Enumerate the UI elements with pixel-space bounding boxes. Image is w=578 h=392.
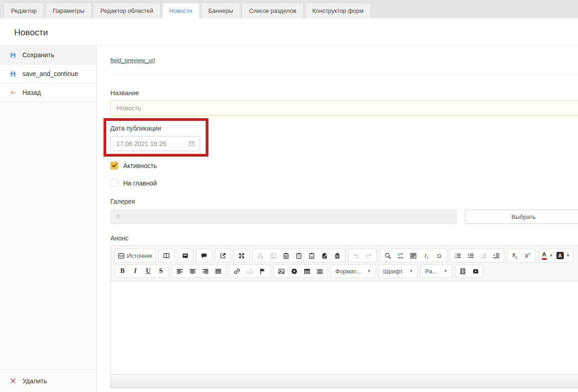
tab-form-constructor[interactable]: Конструктор форм bbox=[305, 3, 371, 18]
unlink-button bbox=[244, 266, 256, 277]
special-char-button[interactable]: Ω bbox=[433, 250, 445, 261]
link-button[interactable] bbox=[231, 266, 243, 277]
gallery-choose-button[interactable]: Выбрать bbox=[465, 210, 578, 224]
align-left-button[interactable] bbox=[174, 266, 186, 277]
svg-text:1: 1 bbox=[455, 252, 456, 255]
font-combo[interactable]: Шрифт▼ bbox=[379, 264, 418, 278]
flash-button[interactable] bbox=[288, 266, 300, 277]
superscript-icon: x2 bbox=[525, 252, 530, 259]
maximize-icon bbox=[238, 252, 245, 259]
main-page-checkbox-row[interactable]: На главной bbox=[110, 179, 578, 187]
tab-parameters[interactable]: Параметры bbox=[45, 3, 92, 18]
underline-button[interactable]: U bbox=[142, 266, 154, 277]
anchor-button[interactable] bbox=[256, 266, 269, 277]
tab-editor[interactable]: Редактор bbox=[4, 3, 44, 18]
book-icon bbox=[163, 252, 170, 259]
tab-areas-editor[interactable]: Редактор областей bbox=[93, 3, 160, 18]
tab-banners[interactable]: Баннеры bbox=[201, 3, 240, 18]
video-button[interactable] bbox=[469, 266, 482, 277]
horizontal-rule-button[interactable] bbox=[314, 266, 326, 277]
maximize-button[interactable] bbox=[235, 250, 248, 261]
bulleted-list-button[interactable] bbox=[464, 250, 477, 261]
sidebar-item-back-label: Назад bbox=[22, 89, 41, 96]
sidebar-bottom: Удалить bbox=[0, 370, 96, 392]
svg-text:a: a bbox=[401, 256, 403, 259]
paste-text-button[interactable]: T bbox=[293, 250, 305, 261]
templates-button[interactable] bbox=[160, 250, 173, 261]
publish-date-input[interactable]: 17.06.2021 16:25 bbox=[110, 136, 200, 151]
toolbar-group: Ра...▼ bbox=[420, 264, 452, 278]
active-checkbox[interactable] bbox=[110, 162, 118, 169]
table-button[interactable] bbox=[301, 266, 313, 277]
size-combo[interactable]: Ра...▼ bbox=[420, 264, 452, 278]
format-combo[interactable]: Формат...▼ bbox=[331, 264, 376, 278]
comment-button[interactable] bbox=[198, 250, 210, 261]
bulleted-list-icon bbox=[467, 252, 474, 259]
svg-text:I: I bbox=[424, 253, 426, 258]
divider bbox=[110, 74, 578, 75]
text-color-button[interactable]: A▼ bbox=[540, 250, 555, 261]
redo-icon bbox=[365, 252, 372, 259]
export-icon bbox=[219, 252, 226, 259]
image-button[interactable] bbox=[275, 266, 288, 277]
toolbar-group: TW bbox=[252, 249, 345, 262]
underline-icon: U bbox=[146, 268, 150, 274]
toolbar-group: baIxΩ bbox=[380, 249, 447, 262]
numbered-list-button[interactable]: 12 bbox=[452, 250, 464, 261]
toolbar-group: 12 bbox=[450, 249, 504, 262]
source-button[interactable]: Источник bbox=[116, 250, 154, 261]
strike-icon: S bbox=[159, 268, 163, 274]
bg-color-button[interactable]: A▼ bbox=[555, 250, 572, 261]
image-icon bbox=[278, 268, 285, 275]
undo-icon bbox=[353, 252, 360, 259]
superscript-button[interactable]: x2 bbox=[522, 250, 534, 261]
editor-content-area[interactable] bbox=[111, 281, 578, 374]
film-button[interactable] bbox=[457, 266, 469, 277]
align-right-button[interactable] bbox=[199, 266, 212, 277]
calendar-icon[interactable] bbox=[188, 140, 195, 147]
tab-sections-list[interactable]: Список разделов bbox=[242, 3, 304, 18]
indent-button[interactable] bbox=[490, 250, 502, 261]
align-left-icon bbox=[176, 268, 183, 275]
remove-format-button[interactable]: Ix bbox=[420, 250, 432, 261]
italic-button[interactable]: I bbox=[129, 266, 142, 277]
find-button[interactable] bbox=[382, 250, 394, 261]
italic-icon: I bbox=[134, 268, 136, 274]
sidebar-item-back[interactable]: Назад bbox=[0, 83, 96, 102]
paste-button[interactable] bbox=[280, 250, 292, 261]
active-checkbox-row[interactable]: Активность bbox=[110, 162, 578, 169]
editor-toolbar: ИсточникTWbaIxΩ12x2x2A▼A▼BIUSФормат...▼Ш… bbox=[111, 246, 578, 281]
sidebar-item-save-and-continue[interactable]: save_and_continue bbox=[0, 65, 96, 83]
active-checkbox-label: Активность bbox=[123, 162, 157, 169]
new-page-button[interactable] bbox=[179, 250, 191, 261]
toolbar-group bbox=[158, 249, 174, 262]
sidebar-item-delete[interactable]: Удалить bbox=[0, 370, 96, 392]
preview-button[interactable] bbox=[217, 250, 229, 261]
strikethrough-button[interactable]: S bbox=[155, 266, 167, 277]
toolbar-group bbox=[234, 249, 250, 262]
undo-button bbox=[350, 250, 362, 261]
tab-news[interactable]: Новости bbox=[162, 3, 200, 18]
select-all-button[interactable] bbox=[407, 250, 420, 261]
toolbar-group bbox=[172, 264, 226, 278]
subscript-button[interactable]: x2 bbox=[509, 250, 521, 261]
svg-text:T: T bbox=[298, 255, 300, 258]
copy-icon bbox=[270, 252, 277, 259]
field-preview-url-link[interactable]: field_preview_url bbox=[110, 57, 155, 64]
redo-button bbox=[363, 250, 375, 261]
floppy-icon bbox=[10, 71, 16, 77]
toolbar-group bbox=[229, 264, 271, 278]
paste-edit-button[interactable] bbox=[318, 250, 331, 261]
gallery-input[interactable] bbox=[110, 210, 457, 224]
paste-word-button[interactable]: W bbox=[305, 250, 318, 261]
chevron-down-icon: ▼ bbox=[367, 269, 371, 273]
name-input[interactable] bbox=[110, 100, 578, 116]
align-center-button[interactable] bbox=[186, 266, 199, 277]
replace-button[interactable]: ba bbox=[394, 250, 407, 261]
sidebar-item-save[interactable]: Сохранить bbox=[0, 46, 96, 65]
justify-button[interactable] bbox=[212, 266, 224, 277]
link-icon bbox=[234, 268, 240, 275]
paste-full-button[interactable] bbox=[331, 250, 344, 261]
main-page-checkbox[interactable] bbox=[110, 179, 118, 187]
bold-button[interactable]: B bbox=[116, 266, 129, 277]
